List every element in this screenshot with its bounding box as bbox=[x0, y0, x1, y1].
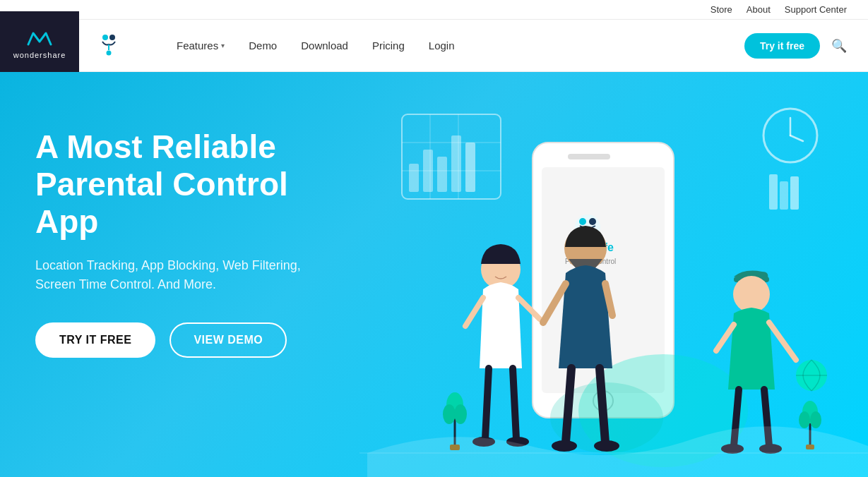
famisafe-nav-icon bbox=[93, 30, 124, 61]
features-nav-link[interactable]: Features ▾ bbox=[167, 34, 234, 57]
hero-title: A Most Reliable Parental Control App bbox=[35, 128, 332, 241]
nav-right: Try it free 🔍 bbox=[744, 33, 847, 59]
svg-point-24 bbox=[579, 218, 586, 225]
login-nav-link[interactable]: Login bbox=[419, 34, 465, 57]
logo-area: wondershare bbox=[21, 17, 124, 75]
svg-rect-18 bbox=[780, 181, 788, 210]
famisafe-logo-nav[interactable] bbox=[93, 30, 124, 61]
svg-rect-10 bbox=[423, 150, 433, 192]
pricing-nav-link[interactable]: Pricing bbox=[362, 34, 415, 57]
svg-rect-17 bbox=[769, 174, 778, 210]
hero-right: famisafe Parental Control bbox=[367, 72, 868, 477]
hero-wave bbox=[367, 425, 868, 477]
svg-point-59 bbox=[733, 276, 770, 313]
demo-nav-link[interactable]: Demo bbox=[239, 34, 287, 57]
hero-subtitle: Location Tracking, App Blocking, Web Fil… bbox=[35, 256, 332, 294]
top-bar: Store About Support Center bbox=[0, 0, 868, 20]
svg-rect-9 bbox=[409, 164, 419, 192]
svg-point-2 bbox=[107, 50, 112, 55]
svg-point-35 bbox=[454, 404, 467, 424]
svg-point-34 bbox=[443, 404, 456, 424]
view-demo-hero-button[interactable]: VIEW DEMO bbox=[170, 322, 287, 358]
try-free-hero-button[interactable]: TRY IT FREE bbox=[35, 322, 155, 358]
svg-rect-12 bbox=[451, 135, 461, 192]
support-center-link[interactable]: Support Center bbox=[785, 4, 847, 15]
store-link[interactable]: Store bbox=[711, 4, 732, 15]
hero-illustration: famisafe Parental Control bbox=[359, 72, 868, 477]
main-nav: wondershare Features ▾ Demo Download Pri… bbox=[0, 20, 868, 72]
hero-buttons: TRY IT FREE VIEW DEMO bbox=[35, 322, 332, 358]
wondershare-text: wondershare bbox=[13, 51, 66, 59]
try-free-nav-button[interactable]: Try it free bbox=[744, 33, 820, 59]
svg-point-0 bbox=[102, 35, 108, 40]
svg-line-61 bbox=[769, 322, 796, 360]
hero-section: A Most Reliable Parental Control App Loc… bbox=[0, 72, 868, 477]
search-icon[interactable]: 🔍 bbox=[831, 38, 847, 54]
svg-rect-21 bbox=[568, 154, 610, 159]
svg-point-25 bbox=[589, 218, 596, 225]
svg-line-45 bbox=[465, 298, 483, 326]
wondershare-icon bbox=[26, 27, 53, 48]
svg-line-60 bbox=[716, 325, 734, 351]
svg-rect-19 bbox=[790, 176, 799, 210]
wondershare-logo[interactable]: wondershare bbox=[0, 11, 79, 75]
svg-rect-11 bbox=[437, 157, 447, 192]
hero-left: A Most Reliable Parental Control App Loc… bbox=[0, 72, 367, 477]
svg-line-16 bbox=[790, 135, 803, 141]
about-link[interactable]: About bbox=[747, 4, 771, 15]
features-chevron-icon: ▾ bbox=[221, 42, 225, 49]
nav-links: Features ▾ Demo Download Pricing Login bbox=[167, 34, 744, 57]
download-nav-link[interactable]: Download bbox=[291, 34, 358, 57]
svg-rect-13 bbox=[465, 143, 475, 192]
svg-point-1 bbox=[109, 35, 115, 40]
